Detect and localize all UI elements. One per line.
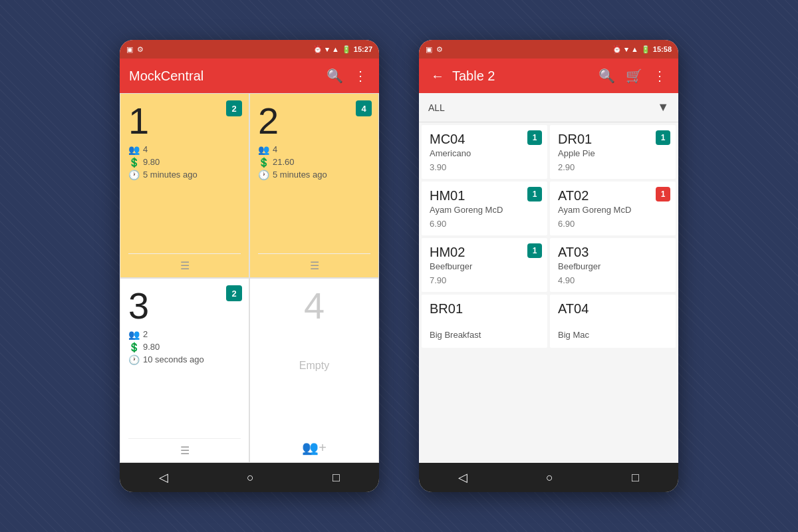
app-title-1: MockCentral: [129, 68, 319, 84]
status-left-2: ▣ ⚙: [426, 45, 443, 54]
item-price-mc04: 3.90: [430, 162, 539, 172]
receipt-icon-1: ☰: [180, 259, 190, 272]
item-code-at03: AT03: [558, 245, 668, 260]
status-right-1: ⏰ ▾ ▲ 🔋 15:27: [313, 45, 372, 54]
menu-item-br01[interactable]: BR01 Big Breakfast: [422, 295, 547, 348]
home-btn-2[interactable]: ○: [533, 466, 567, 490]
bug-icon-2: ⚙: [436, 45, 443, 54]
menu-item-mc04[interactable]: MC04 Americano 3.90 1: [422, 125, 547, 179]
table-action-1[interactable]: ☰: [128, 253, 241, 272]
back-btn-1[interactable]: ◁: [146, 465, 182, 490]
filter-arrow-icon: ▼: [657, 100, 669, 114]
menu-item-hm02[interactable]: HM02 Beefburger 7.90 1: [422, 238, 547, 292]
time-ago-2: 5 minutes ago: [273, 170, 327, 180]
menu-item-at02[interactable]: AT02 Ayam Goreng McD 6.90 1: [550, 182, 676, 235]
item-code-dr01: DR01: [558, 132, 668, 147]
amount-row-3: 💲 9.80: [128, 342, 241, 352]
table-grid: 1 2 👥 4 💲 9.80 🕐 5 minutes ago: [120, 93, 379, 463]
guests-count-3: 2: [143, 329, 148, 339]
guests-count-1: 4: [143, 144, 148, 154]
filter-bar[interactable]: ALL ▼: [419, 93, 678, 122]
item-price-dr01: 2.90: [558, 162, 668, 172]
menu-item-hm01[interactable]: HM01 Ayam Goreng McD 6.90 1: [422, 182, 547, 235]
item-badge-hm02: 1: [527, 243, 542, 258]
table-info-2: 👥 4 💲 21.60 🕐 5 minutes ago: [258, 144, 370, 249]
table-info-1: 👥 4 💲 9.80 🕐 5 minutes ago: [128, 144, 241, 249]
time-row-3: 🕐 10 seconds ago: [128, 354, 241, 365]
guests-row-3: 👥 2: [128, 329, 241, 340]
time-ago-3: 10 seconds ago: [143, 354, 204, 364]
back-btn-2[interactable]: ◁: [445, 465, 481, 490]
item-badge-hm01: 1: [527, 187, 542, 201]
wifi-icon-2: ▾: [624, 45, 628, 54]
cart-icon-2[interactable]: 🛒: [623, 65, 645, 86]
menu-item-dr01[interactable]: DR01 Apple Pie 2.90 1: [550, 125, 676, 179]
alarm-icon-2: ⏰: [612, 45, 622, 54]
recents-btn-1[interactable]: □: [319, 466, 353, 490]
receipt-icon-2: ☰: [310, 259, 319, 272]
item-name-mc04: Americano: [430, 148, 539, 160]
time-ago-1: 5 minutes ago: [143, 170, 198, 180]
table-action-3[interactable]: ☰: [128, 438, 241, 457]
more-icon-1[interactable]: ⋮: [351, 65, 370, 86]
app-bar-1: MockCentral 🔍 ⋮: [120, 59, 379, 93]
amount-3: 9.80: [143, 342, 160, 352]
alarm-icon: ⏰: [313, 45, 323, 54]
receipt-icon-3: ☰: [180, 444, 190, 457]
guests-row-1: 👥 4: [128, 144, 241, 155]
search-icon-1[interactable]: 🔍: [324, 65, 346, 86]
item-code-br01: BR01: [430, 301, 539, 317]
item-price-at02: 6.90: [558, 219, 668, 229]
signal-icon-2: ▲: [631, 45, 638, 53]
table-action-2[interactable]: ☰: [258, 253, 370, 272]
home-btn-1[interactable]: ○: [233, 466, 267, 490]
item-name-at02: Ayam Goreng McD: [558, 205, 668, 216]
table-badge-3: 2: [226, 285, 242, 301]
item-name-at04: Big Mac: [558, 330, 668, 341]
battery-icon-2: 🔋: [641, 45, 650, 54]
clock-icon-2: 🕐: [258, 170, 269, 180]
back-icon-2[interactable]: ←: [428, 66, 447, 86]
add-guests-icon[interactable]: 👥+: [302, 440, 327, 456]
table-card-4[interactable]: 4 Empty 👥+: [249, 278, 379, 463]
table-number-3: 3: [128, 285, 241, 327]
battery-icon: 🔋: [342, 45, 351, 54]
table-badge-2: 4: [356, 100, 372, 116]
more-icon-2[interactable]: ⋮: [650, 65, 669, 86]
item-price-hm02: 7.90: [430, 275, 539, 285]
app-title-2: Table 2: [452, 68, 591, 84]
guests-icon-3: 👥: [128, 329, 139, 340]
signal-icon: ▲: [332, 45, 339, 53]
guests-count-2: 4: [273, 144, 277, 154]
table-card-3[interactable]: 3 2 👥 2 💲 9.80 🕐 10 seconds ago: [120, 278, 249, 463]
sim-icon: ▣: [126, 45, 133, 54]
status-left-1: ▣ ⚙: [126, 45, 144, 54]
recents-btn-2[interactable]: □: [618, 466, 652, 490]
table-card-1[interactable]: 1 2 👥 4 💲 9.80 🕐 5 minutes ago: [120, 93, 249, 278]
amount-1: 9.80: [143, 157, 160, 167]
table-content: 1 2 👥 4 💲 9.80 🕐 5 minutes ago: [120, 93, 379, 463]
table-number-4: 4: [304, 285, 325, 327]
nav-bar-1: ◁ ○ □: [120, 463, 379, 492]
money-icon-2: 💲: [258, 157, 269, 168]
menu-item-at03[interactable]: AT03 Beefburger 4.90: [550, 238, 676, 292]
item-code-at02: AT02: [558, 188, 668, 203]
item-name-dr01: Apple Pie: [558, 148, 668, 160]
table-card-2[interactable]: 2 4 👥 4 💲 21.60 🕐 5 minutes ago: [249, 93, 379, 278]
menu-item-at04[interactable]: AT04 Big Mac: [550, 295, 676, 348]
search-icon-2[interactable]: 🔍: [596, 65, 618, 86]
time-row-1: 🕐 5 minutes ago: [128, 170, 241, 180]
table-info-3: 👥 2 💲 9.80 🕐 10 seconds ago: [128, 329, 241, 434]
item-price-hm01: 6.90: [430, 219, 539, 229]
amount-row-1: 💲 9.80: [128, 157, 241, 168]
phone1: ▣ ⚙ ⏰ ▾ ▲ 🔋 15:27 MockCentral 🔍 ⋮ 1 2 👥: [120, 40, 379, 492]
amount-2: 21.60: [273, 157, 295, 167]
empty-label: Empty: [299, 360, 329, 372]
guests-row-2: 👥 4: [258, 144, 370, 155]
sim-icon-2: ▣: [426, 45, 432, 54]
money-icon-1: 💲: [128, 157, 139, 168]
clock-icon-1: 🕐: [128, 170, 139, 180]
time-1: 15:27: [354, 45, 372, 53]
status-bar-2: ▣ ⚙ ⏰ ▾ ▲ 🔋 15:58: [419, 40, 678, 59]
status-right-2: ⏰ ▾ ▲ 🔋 15:58: [612, 45, 672, 54]
